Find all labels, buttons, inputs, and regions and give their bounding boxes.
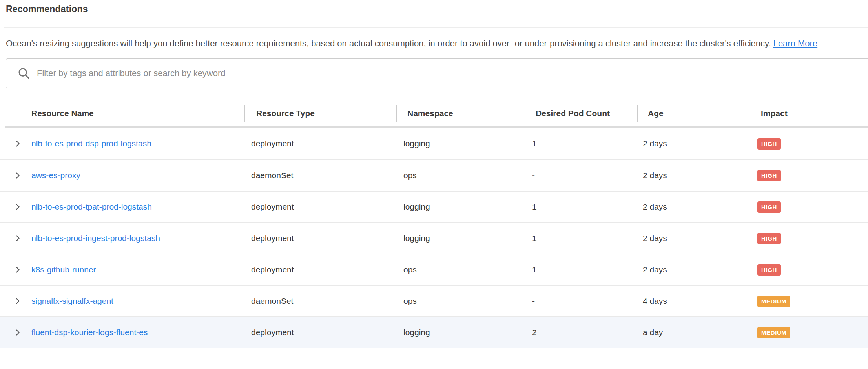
age-cell: 4 days bbox=[637, 296, 751, 306]
namespace-cell: ops bbox=[396, 171, 526, 180]
table-row: nlb-to-es-prod-tpat-prod-logstash deploy… bbox=[0, 191, 868, 222]
column-header-impact[interactable]: Impact bbox=[751, 101, 868, 126]
impact-cell: MEDIUM bbox=[751, 327, 868, 338]
namespace-cell: logging bbox=[396, 202, 526, 212]
age-cell: 2 days bbox=[637, 234, 751, 243]
desired-pod-count-cell: 2 bbox=[526, 328, 637, 337]
expand-row-button[interactable] bbox=[0, 297, 31, 305]
resource-name-link[interactable]: aws-es-proxy bbox=[31, 171, 80, 180]
table-row: fluent-dsp-kourier-logs-fluent-es deploy… bbox=[0, 316, 868, 348]
resource-name-cell: aws-es-proxy bbox=[0, 171, 244, 180]
page-title: Recommendations bbox=[0, 0, 868, 15]
age-cell: 2 days bbox=[637, 202, 751, 212]
expand-row-button[interactable] bbox=[0, 328, 31, 337]
search-icon bbox=[17, 67, 31, 80]
column-header-label: Resource Name bbox=[31, 109, 94, 118]
impact-cell: HIGH bbox=[751, 201, 868, 213]
resource-name-cell: fluent-dsp-kourier-logs-fluent-es bbox=[0, 328, 244, 337]
impact-cell: HIGH bbox=[751, 170, 868, 181]
chevron-right-icon bbox=[13, 139, 22, 148]
column-separator bbox=[526, 105, 526, 122]
expand-row-button[interactable] bbox=[0, 203, 31, 211]
resource-name-link[interactable]: nlb-to-es-prod-ingest-prod-logstash bbox=[31, 234, 160, 243]
table-row: k8s-github-runner deployment ops 1 2 day… bbox=[0, 254, 868, 285]
column-header-label: Resource Type bbox=[256, 109, 315, 118]
impact-badge: MEDIUM bbox=[757, 327, 790, 338]
column-header-label: Namespace bbox=[407, 109, 453, 118]
title-divider bbox=[4, 27, 868, 28]
table-row: aws-es-proxy daemonSet ops - 2 days HIGH bbox=[0, 159, 868, 191]
resource-type-cell: deployment bbox=[244, 139, 396, 148]
column-header-label: Desired Pod Count bbox=[536, 109, 610, 118]
chevron-right-icon bbox=[13, 234, 22, 243]
impact-badge: HIGH bbox=[757, 170, 781, 181]
table-row: signalfx-signalfx-agent daemonSet ops - … bbox=[0, 285, 868, 316]
age-cell: 2 days bbox=[637, 171, 751, 180]
resource-name-link[interactable]: signalfx-signalfx-agent bbox=[31, 296, 113, 306]
impact-badge: HIGH bbox=[757, 201, 781, 213]
impact-cell: HIGH bbox=[751, 138, 868, 150]
column-header-desired-pod-count[interactable]: Desired Pod Count bbox=[526, 101, 637, 126]
description-text: Ocean's resizing suggestions will help y… bbox=[6, 37, 861, 51]
resource-type-cell: deployment bbox=[244, 265, 396, 274]
expand-row-button[interactable] bbox=[0, 139, 31, 148]
age-cell: a day bbox=[637, 328, 751, 337]
resource-type-cell: daemonSet bbox=[244, 296, 396, 306]
column-header-label: Age bbox=[648, 109, 664, 118]
desired-pod-count-cell: 1 bbox=[526, 265, 637, 274]
column-header-label: Impact bbox=[761, 109, 788, 118]
expand-row-button[interactable] bbox=[0, 265, 31, 274]
column-header-namespace[interactable]: Namespace bbox=[396, 101, 526, 126]
column-separator bbox=[396, 105, 397, 122]
table-row: nlb-to-es-prod-ingest-prod-logstash depl… bbox=[0, 222, 868, 254]
impact-cell: HIGH bbox=[751, 233, 868, 244]
table-header-row: Resource Name Resource Type Namespace De… bbox=[0, 101, 868, 126]
desired-pod-count-cell: 1 bbox=[526, 202, 637, 212]
chevron-right-icon bbox=[13, 297, 22, 305]
chevron-right-icon bbox=[13, 328, 22, 337]
resource-name-cell: signalfx-signalfx-agent bbox=[0, 296, 244, 306]
description-body: Ocean's resizing suggestions will help y… bbox=[6, 38, 771, 48]
impact-badge: HIGH bbox=[757, 264, 781, 276]
impact-badge: MEDIUM bbox=[757, 296, 790, 307]
expand-row-button[interactable] bbox=[0, 234, 31, 243]
chevron-right-icon bbox=[13, 171, 22, 180]
column-header-age[interactable]: Age bbox=[637, 101, 751, 126]
learn-more-link[interactable]: Learn More bbox=[773, 38, 818, 48]
age-cell: 2 days bbox=[637, 265, 751, 274]
resource-name-cell: nlb-to-es-prod-dsp-prod-logstash bbox=[0, 139, 244, 148]
search-input[interactable] bbox=[31, 59, 868, 88]
desired-pod-count-cell: 1 bbox=[526, 139, 637, 148]
namespace-cell: logging bbox=[396, 139, 526, 148]
chevron-right-icon bbox=[13, 203, 22, 211]
column-separator bbox=[244, 105, 245, 122]
resource-name-cell: nlb-to-es-prod-tpat-prod-logstash bbox=[0, 202, 244, 212]
desired-pod-count-cell: - bbox=[526, 171, 637, 180]
recommendations-table: Resource Name Resource Type Namespace De… bbox=[0, 101, 868, 348]
desired-pod-count-cell: 1 bbox=[526, 234, 637, 243]
impact-badge: HIGH bbox=[757, 233, 781, 244]
resource-name-link[interactable]: k8s-github-runner bbox=[31, 265, 96, 274]
table-body: nlb-to-es-prod-dsp-prod-logstash deploym… bbox=[0, 128, 868, 348]
resource-type-cell: deployment bbox=[244, 328, 396, 337]
resource-name-link[interactable]: nlb-to-es-prod-dsp-prod-logstash bbox=[31, 139, 151, 148]
impact-cell: HIGH bbox=[751, 264, 868, 276]
impact-badge: HIGH bbox=[757, 138, 781, 150]
table-row: nlb-to-es-prod-dsp-prod-logstash deploym… bbox=[0, 128, 868, 159]
recommendations-page: Recommendations Ocean's resizing suggest… bbox=[0, 0, 868, 369]
column-separator bbox=[637, 105, 638, 122]
resource-type-cell: deployment bbox=[244, 234, 396, 243]
namespace-cell: ops bbox=[396, 296, 526, 306]
expand-row-button[interactable] bbox=[0, 171, 31, 180]
resource-name-cell: nlb-to-es-prod-ingest-prod-logstash bbox=[0, 234, 244, 243]
impact-cell: MEDIUM bbox=[751, 296, 868, 307]
age-cell: 2 days bbox=[637, 139, 751, 148]
column-separator bbox=[751, 105, 751, 122]
namespace-cell: logging bbox=[396, 328, 526, 337]
column-header-resource-name[interactable]: Resource Name bbox=[0, 101, 244, 126]
desired-pod-count-cell: - bbox=[526, 296, 637, 306]
column-header-resource-type[interactable]: Resource Type bbox=[244, 101, 396, 126]
filter-search-box[interactable] bbox=[6, 58, 868, 88]
resource-name-link[interactable]: nlb-to-es-prod-tpat-prod-logstash bbox=[31, 202, 152, 212]
resource-name-link[interactable]: fluent-dsp-kourier-logs-fluent-es bbox=[31, 328, 148, 337]
